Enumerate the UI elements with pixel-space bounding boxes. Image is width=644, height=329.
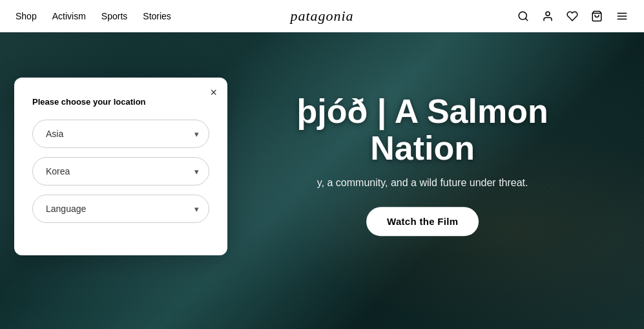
region-select-wrapper: Asia Europe North America South America … bbox=[32, 120, 209, 148]
language-select[interactable]: Language English 한국어 日本語 中文 bbox=[32, 195, 209, 223]
location-modal: × Please choose your location Asia Europ… bbox=[14, 78, 227, 255]
country-select-wrapper: Korea Japan China India Thailand ▾ bbox=[32, 157, 209, 186]
language-select-wrapper: Language English 한국어 日本語 中文 ▾ bbox=[32, 195, 209, 223]
region-select[interactable]: Asia Europe North America South America … bbox=[32, 120, 209, 148]
modal-close-button[interactable]: × bbox=[210, 87, 217, 98]
country-select[interactable]: Korea Japan China India Thailand bbox=[32, 157, 209, 186]
modal-title: Please choose your location bbox=[32, 97, 209, 107]
modal-overlay: × Please choose your location Asia Europ… bbox=[0, 0, 644, 329]
